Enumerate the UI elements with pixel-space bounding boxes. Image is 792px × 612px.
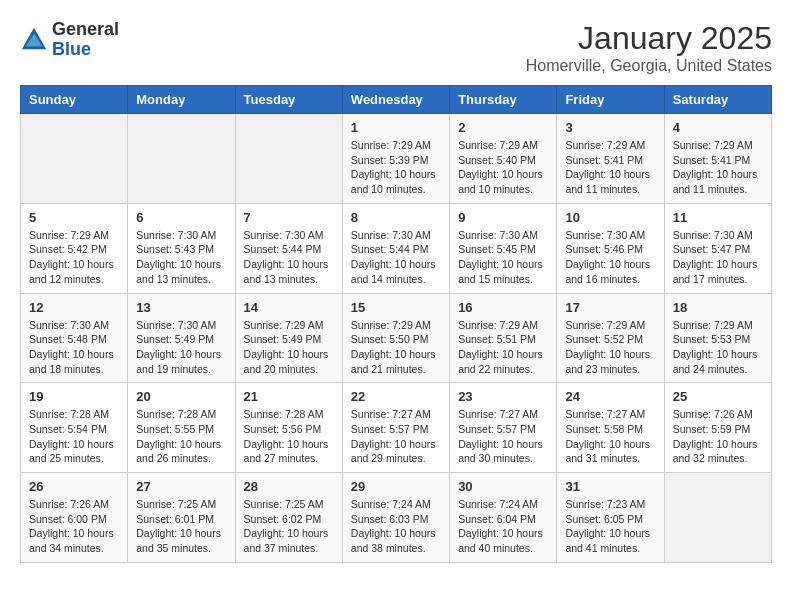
day-info: Sunrise: 7:30 AM Sunset: 5:43 PM Dayligh… — [136, 228, 226, 287]
day-number: 20 — [136, 389, 226, 404]
day-number: 28 — [244, 479, 334, 494]
day-info: Sunrise: 7:29 AM Sunset: 5:52 PM Dayligh… — [565, 318, 655, 377]
day-number: 4 — [673, 120, 763, 135]
calendar-cell: 21Sunrise: 7:28 AM Sunset: 5:56 PM Dayli… — [235, 383, 342, 473]
calendar-cell: 27Sunrise: 7:25 AM Sunset: 6:01 PM Dayli… — [128, 473, 235, 563]
day-number: 6 — [136, 210, 226, 225]
day-number: 7 — [244, 210, 334, 225]
calendar-cell: 8Sunrise: 7:30 AM Sunset: 5:44 PM Daylig… — [342, 203, 449, 293]
day-number: 1 — [351, 120, 441, 135]
calendar-cell: 19Sunrise: 7:28 AM Sunset: 5:54 PM Dayli… — [21, 383, 128, 473]
day-info: Sunrise: 7:27 AM Sunset: 5:58 PM Dayligh… — [565, 407, 655, 466]
day-of-week-header: Monday — [128, 86, 235, 114]
logo-general-text: General — [52, 19, 119, 39]
day-info: Sunrise: 7:24 AM Sunset: 6:03 PM Dayligh… — [351, 497, 441, 556]
day-info: Sunrise: 7:29 AM Sunset: 5:41 PM Dayligh… — [565, 138, 655, 197]
day-info: Sunrise: 7:30 AM Sunset: 5:44 PM Dayligh… — [351, 228, 441, 287]
day-info: Sunrise: 7:28 AM Sunset: 5:54 PM Dayligh… — [29, 407, 119, 466]
calendar-cell: 20Sunrise: 7:28 AM Sunset: 5:55 PM Dayli… — [128, 383, 235, 473]
day-number: 19 — [29, 389, 119, 404]
calendar-cell: 30Sunrise: 7:24 AM Sunset: 6:04 PM Dayli… — [450, 473, 557, 563]
day-of-week-header: Friday — [557, 86, 664, 114]
day-info: Sunrise: 7:29 AM Sunset: 5:53 PM Dayligh… — [673, 318, 763, 377]
day-info: Sunrise: 7:30 AM Sunset: 5:47 PM Dayligh… — [673, 228, 763, 287]
day-info: Sunrise: 7:26 AM Sunset: 6:00 PM Dayligh… — [29, 497, 119, 556]
calendar-cell: 9Sunrise: 7:30 AM Sunset: 5:45 PM Daylig… — [450, 203, 557, 293]
day-info: Sunrise: 7:25 AM Sunset: 6:02 PM Dayligh… — [244, 497, 334, 556]
calendar-cell: 2Sunrise: 7:29 AM Sunset: 5:40 PM Daylig… — [450, 114, 557, 204]
day-of-week-header: Tuesday — [235, 86, 342, 114]
calendar-week-row: 12Sunrise: 7:30 AM Sunset: 5:48 PM Dayli… — [21, 293, 772, 383]
day-number: 29 — [351, 479, 441, 494]
calendar-cell: 13Sunrise: 7:30 AM Sunset: 5:49 PM Dayli… — [128, 293, 235, 383]
calendar-cell — [128, 114, 235, 204]
day-of-week-header: Saturday — [664, 86, 771, 114]
day-number: 14 — [244, 300, 334, 315]
day-number: 30 — [458, 479, 548, 494]
calendar-cell: 25Sunrise: 7:26 AM Sunset: 5:59 PM Dayli… — [664, 383, 771, 473]
calendar-cell: 5Sunrise: 7:29 AM Sunset: 5:42 PM Daylig… — [21, 203, 128, 293]
calendar-table: SundayMondayTuesdayWednesdayThursdayFrid… — [20, 85, 772, 563]
calendar-cell: 26Sunrise: 7:26 AM Sunset: 6:00 PM Dayli… — [21, 473, 128, 563]
calendar-title: January 2025 — [526, 20, 772, 57]
day-number: 23 — [458, 389, 548, 404]
day-info: Sunrise: 7:24 AM Sunset: 6:04 PM Dayligh… — [458, 497, 548, 556]
day-number: 27 — [136, 479, 226, 494]
day-info: Sunrise: 7:28 AM Sunset: 5:55 PM Dayligh… — [136, 407, 226, 466]
calendar-cell: 14Sunrise: 7:29 AM Sunset: 5:49 PM Dayli… — [235, 293, 342, 383]
day-of-week-header: Wednesday — [342, 86, 449, 114]
day-info: Sunrise: 7:28 AM Sunset: 5:56 PM Dayligh… — [244, 407, 334, 466]
calendar-cell: 16Sunrise: 7:29 AM Sunset: 5:51 PM Dayli… — [450, 293, 557, 383]
day-number: 13 — [136, 300, 226, 315]
calendar-cell: 18Sunrise: 7:29 AM Sunset: 5:53 PM Dayli… — [664, 293, 771, 383]
day-number: 25 — [673, 389, 763, 404]
day-info: Sunrise: 7:30 AM Sunset: 5:45 PM Dayligh… — [458, 228, 548, 287]
day-number: 5 — [29, 210, 119, 225]
day-info: Sunrise: 7:26 AM Sunset: 5:59 PM Dayligh… — [673, 407, 763, 466]
calendar-cell: 28Sunrise: 7:25 AM Sunset: 6:02 PM Dayli… — [235, 473, 342, 563]
day-info: Sunrise: 7:29 AM Sunset: 5:41 PM Dayligh… — [673, 138, 763, 197]
day-number: 3 — [565, 120, 655, 135]
calendar-week-row: 1Sunrise: 7:29 AM Sunset: 5:39 PM Daylig… — [21, 114, 772, 204]
calendar-header-row: SundayMondayTuesdayWednesdayThursdayFrid… — [21, 86, 772, 114]
calendar-cell: 10Sunrise: 7:30 AM Sunset: 5:46 PM Dayli… — [557, 203, 664, 293]
calendar-cell: 31Sunrise: 7:23 AM Sunset: 6:05 PM Dayli… — [557, 473, 664, 563]
calendar-cell: 29Sunrise: 7:24 AM Sunset: 6:03 PM Dayli… — [342, 473, 449, 563]
day-info: Sunrise: 7:30 AM Sunset: 5:49 PM Dayligh… — [136, 318, 226, 377]
calendar-week-row: 26Sunrise: 7:26 AM Sunset: 6:00 PM Dayli… — [21, 473, 772, 563]
day-info: Sunrise: 7:27 AM Sunset: 5:57 PM Dayligh… — [458, 407, 548, 466]
day-number: 18 — [673, 300, 763, 315]
calendar-cell: 7Sunrise: 7:30 AM Sunset: 5:44 PM Daylig… — [235, 203, 342, 293]
page-header: General Blue January 2025 Homerville, Ge… — [20, 20, 772, 75]
day-info: Sunrise: 7:25 AM Sunset: 6:01 PM Dayligh… — [136, 497, 226, 556]
calendar-cell: 6Sunrise: 7:30 AM Sunset: 5:43 PM Daylig… — [128, 203, 235, 293]
day-number: 9 — [458, 210, 548, 225]
calendar-cell: 1Sunrise: 7:29 AM Sunset: 5:39 PM Daylig… — [342, 114, 449, 204]
title-block: January 2025 Homerville, Georgia, United… — [526, 20, 772, 75]
day-info: Sunrise: 7:30 AM Sunset: 5:44 PM Dayligh… — [244, 228, 334, 287]
calendar-cell: 4Sunrise: 7:29 AM Sunset: 5:41 PM Daylig… — [664, 114, 771, 204]
calendar-cell: 12Sunrise: 7:30 AM Sunset: 5:48 PM Dayli… — [21, 293, 128, 383]
day-number: 31 — [565, 479, 655, 494]
calendar-cell — [235, 114, 342, 204]
calendar-cell — [664, 473, 771, 563]
calendar-subtitle: Homerville, Georgia, United States — [526, 57, 772, 75]
day-number: 10 — [565, 210, 655, 225]
day-number: 2 — [458, 120, 548, 135]
day-number: 21 — [244, 389, 334, 404]
calendar-cell: 11Sunrise: 7:30 AM Sunset: 5:47 PM Dayli… — [664, 203, 771, 293]
day-info: Sunrise: 7:29 AM Sunset: 5:49 PM Dayligh… — [244, 318, 334, 377]
logo-blue-text: Blue — [52, 39, 91, 59]
day-of-week-header: Thursday — [450, 86, 557, 114]
day-number: 8 — [351, 210, 441, 225]
day-info: Sunrise: 7:30 AM Sunset: 5:46 PM Dayligh… — [565, 228, 655, 287]
day-number: 11 — [673, 210, 763, 225]
calendar-week-row: 19Sunrise: 7:28 AM Sunset: 5:54 PM Dayli… — [21, 383, 772, 473]
day-number: 22 — [351, 389, 441, 404]
calendar-cell — [21, 114, 128, 204]
logo: General Blue — [20, 20, 119, 60]
calendar-cell: 22Sunrise: 7:27 AM Sunset: 5:57 PM Dayli… — [342, 383, 449, 473]
day-info: Sunrise: 7:29 AM Sunset: 5:51 PM Dayligh… — [458, 318, 548, 377]
calendar-cell: 15Sunrise: 7:29 AM Sunset: 5:50 PM Dayli… — [342, 293, 449, 383]
day-info: Sunrise: 7:29 AM Sunset: 5:39 PM Dayligh… — [351, 138, 441, 197]
